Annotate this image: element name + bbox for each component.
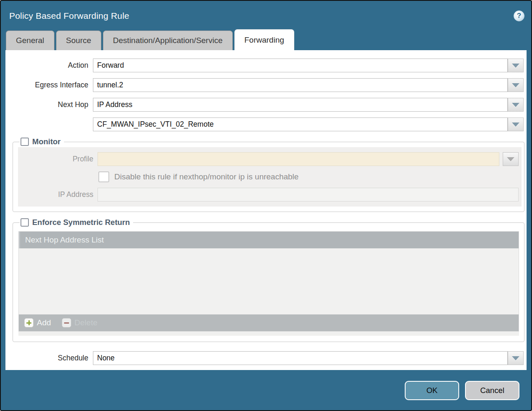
enforce-symmetric-return-legend: Enforce Symmetric Return — [20, 218, 133, 227]
delete-button-disabled: Delete — [62, 318, 98, 327]
enforce-symmetric-return-legend-label: Enforce Symmetric Return — [32, 218, 130, 227]
monitor-checkbox[interactable] — [21, 138, 29, 146]
next-hop-type-combo: IP Address — [93, 98, 524, 112]
monitor-section: Monitor Profile Disable this rule if nex… — [13, 137, 524, 212]
next-hop-address-table: Next Hop Address List Add Delete — [18, 231, 519, 332]
next-hop-address-table-toolbar: Add Delete — [19, 314, 519, 331]
next-hop-type-dropdown-button[interactable] — [508, 98, 524, 112]
monitor-legend-label: Monitor — [32, 137, 61, 146]
monitor-ip-row: IP Address — [18, 188, 519, 202]
profile-value-disabled — [98, 152, 499, 166]
chevron-down-icon — [512, 103, 519, 107]
egress-interface-value[interactable]: tunnel.2 — [93, 78, 508, 92]
action-label: Action — [5, 61, 93, 70]
next-hop-address-dropdown-button[interactable] — [508, 117, 524, 131]
table-underscroll-strip — [18, 332, 519, 336]
tab-general[interactable]: General — [6, 31, 54, 50]
chevron-down-icon — [512, 356, 519, 360]
action-combo: Forward — [93, 59, 524, 72]
dialog-footer: OK Cancel — [1, 370, 531, 410]
add-button-label: Add — [37, 318, 51, 327]
delete-button-label: Delete — [75, 318, 98, 327]
monitor-legend: Monitor — [20, 137, 64, 146]
schedule-combo: None — [93, 351, 524, 365]
dialog-title: Policy Based Forwarding Rule — [9, 11, 129, 21]
disable-rule-row: Disable this rule if nexthop/monitor ip … — [18, 171, 522, 182]
chevron-down-icon — [507, 157, 514, 161]
next-hop-address-row: CF_MWAN_IPsec_VTI_02_Remote — [5, 117, 524, 131]
monitor-panel: Profile Disable this rule if nexthop/mon… — [18, 147, 522, 207]
pbf-rule-dialog: Policy Based Forwarding Rule ? General S… — [0, 0, 532, 411]
egress-interface-combo: tunnel.2 — [93, 78, 524, 92]
profile-dropdown-button-disabled — [503, 152, 519, 166]
profile-row: Profile — [18, 152, 519, 166]
chevron-down-icon — [512, 64, 519, 68]
disable-rule-label: Disable this rule if nexthop/monitor ip … — [114, 172, 298, 181]
monitor-ip-value-disabled — [98, 188, 519, 202]
minus-icon — [62, 318, 71, 327]
tab-panel-forwarding: Action Forward Egress Interface tunnel.2… — [5, 50, 527, 370]
next-hop-address-table-body[interactable] — [19, 248, 519, 314]
schedule-row: Schedule None — [5, 351, 524, 365]
schedule-dropdown-button[interactable] — [508, 351, 524, 365]
dialog-titlebar: Policy Based Forwarding Rule ? — [1, 1, 531, 29]
tab-destination-application-service[interactable]: Destination/Application/Service — [103, 31, 233, 50]
next-hop-label: Next Hop — [5, 100, 93, 109]
enforce-symmetric-return-section: Enforce Symmetric Return Next Hop Addres… — [13, 218, 524, 342]
monitor-ip-label: IP Address — [18, 190, 98, 199]
egress-interface-dropdown-button[interactable] — [508, 78, 524, 92]
egress-interface-label: Egress Interface — [5, 81, 93, 89]
next-hop-row: Next Hop IP Address — [5, 98, 524, 112]
plus-icon — [24, 318, 33, 327]
egress-interface-row: Egress Interface tunnel.2 — [5, 78, 524, 92]
next-hop-address-value[interactable]: CF_MWAN_IPsec_VTI_02_Remote — [93, 117, 508, 131]
enforce-symmetric-return-checkbox[interactable] — [21, 218, 29, 227]
tab-source[interactable]: Source — [56, 31, 101, 50]
cancel-button[interactable]: Cancel — [465, 381, 519, 400]
next-hop-type-value[interactable]: IP Address — [93, 98, 508, 112]
chevron-down-icon — [512, 123, 519, 127]
tab-strip: General Source Destination/Application/S… — [1, 29, 531, 50]
next-hop-address-combo: CF_MWAN_IPsec_VTI_02_Remote — [93, 117, 524, 131]
schedule-label: Schedule — [5, 354, 93, 362]
action-dropdown-button[interactable] — [508, 59, 524, 72]
action-value[interactable]: Forward — [93, 59, 508, 72]
chevron-down-icon — [512, 83, 519, 87]
disable-rule-checkbox-disabled — [98, 171, 109, 182]
tab-forwarding[interactable]: Forwarding — [234, 29, 294, 50]
next-hop-address-table-header: Next Hop Address List — [19, 232, 519, 248]
action-row: Action Forward — [5, 59, 524, 72]
schedule-value[interactable]: None — [93, 351, 508, 365]
help-icon[interactable]: ? — [514, 10, 524, 21]
add-button[interactable]: Add — [24, 318, 51, 327]
ok-button[interactable]: OK — [405, 381, 459, 400]
profile-label: Profile — [18, 155, 98, 163]
